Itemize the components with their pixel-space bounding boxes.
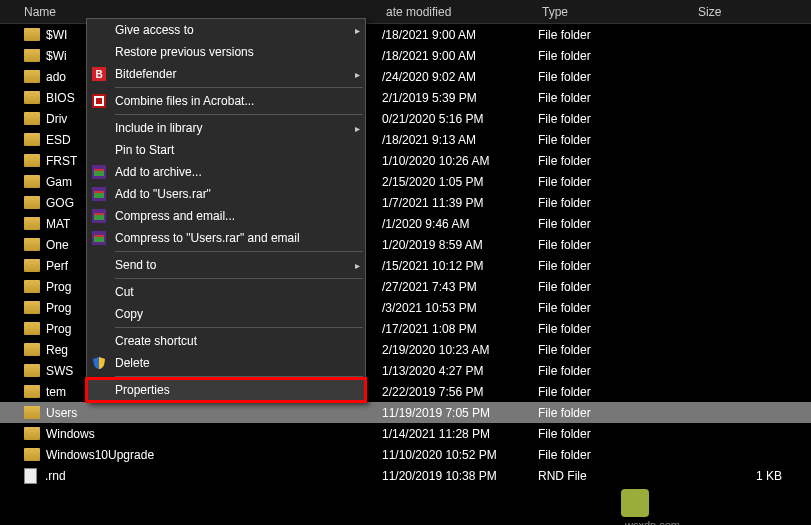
svg-text:B: B <box>95 69 102 80</box>
column-header-type[interactable]: Type <box>538 0 694 23</box>
menu-label: Add to "Users.rar" <box>111 187 365 201</box>
menu-label: Bitdefender <box>111 67 349 81</box>
menu-properties[interactable]: Properties <box>87 379 365 401</box>
folder-icon <box>24 70 40 83</box>
svg-rect-4 <box>96 98 102 104</box>
menu-include-in-library[interactable]: Include in library ▸ <box>87 117 365 139</box>
cell-date: 2/15/2020 1:05 PM <box>382 175 538 189</box>
folder-icon <box>24 343 40 356</box>
menu-restore-previous-versions[interactable]: Restore previous versions <box>87 41 365 63</box>
cell-date: 1/14/2021 11:28 PM <box>382 427 538 441</box>
cell-date: /27/2021 7:43 PM <box>382 280 538 294</box>
shield-icon <box>87 356 111 370</box>
folder-icon <box>24 238 40 251</box>
cell-type: File folder <box>538 196 694 210</box>
menu-label: Include in library <box>111 121 349 135</box>
svg-rect-7 <box>94 169 104 171</box>
submenu-arrow-icon: ▸ <box>349 25 365 36</box>
cell-type: File folder <box>538 427 694 441</box>
cell-date: 1/10/2020 10:26 AM <box>382 154 538 168</box>
file-name-label: Users <box>46 406 77 420</box>
folder-icon <box>24 259 40 272</box>
menu-cut[interactable]: Cut <box>87 281 365 303</box>
folder-icon <box>24 217 40 230</box>
menu-compress-and-email[interactable]: Compress and email... <box>87 205 365 227</box>
menu-give-access-to[interactable]: Give access to ▸ <box>87 19 365 41</box>
table-row[interactable]: Windows10Upgrade11/10/2020 10:52 PMFile … <box>0 444 811 465</box>
cell-type: File folder <box>538 238 694 252</box>
folder-icon <box>24 427 40 440</box>
menu-bitdefender[interactable]: B Bitdefender ▸ <box>87 63 365 85</box>
file-name-label: Windows <box>46 427 95 441</box>
cell-date: 0/21/2020 5:16 PM <box>382 112 538 126</box>
cell-date: 11/20/2019 10:38 PM <box>382 469 538 483</box>
menu-separator <box>115 327 363 328</box>
menu-combine-acrobat[interactable]: Combine files in Acrobat... <box>87 90 365 112</box>
cell-date: 2/1/2019 5:39 PM <box>382 91 538 105</box>
cell-type: File folder <box>538 154 694 168</box>
menu-separator <box>115 278 363 279</box>
table-row[interactable]: Users11/19/2019 7:05 PMFile folder <box>0 402 811 423</box>
folder-icon <box>24 49 40 62</box>
folder-icon <box>24 364 40 377</box>
folder-icon <box>24 133 40 146</box>
menu-copy[interactable]: Copy <box>87 303 365 325</box>
menu-separator <box>115 114 363 115</box>
menu-add-to-users-rar[interactable]: Add to "Users.rar" <box>87 183 365 205</box>
menu-pin-to-start[interactable]: Pin to Start <box>87 139 365 161</box>
menu-separator <box>115 251 363 252</box>
cell-date: /1/2020 9:46 AM <box>382 217 538 231</box>
menu-label: Combine files in Acrobat... <box>111 94 365 108</box>
file-name-label: tem <box>46 385 66 399</box>
column-header-date[interactable]: ate modified <box>382 0 538 23</box>
cell-name: Windows <box>0 427 382 441</box>
file-name-label: MAT <box>46 217 70 231</box>
file-name-label: ado <box>46 70 66 84</box>
file-name-label: Gam <box>46 175 72 189</box>
watermark-text: wsxdn.com <box>625 519 680 525</box>
column-header-size[interactable]: Size <box>694 0 794 23</box>
winrar-icon <box>87 165 111 179</box>
cell-type: File folder <box>538 280 694 294</box>
file-name-label: Reg <box>46 343 68 357</box>
folder-icon <box>24 301 40 314</box>
cell-date: /18/2021 9:00 AM <box>382 28 538 42</box>
svg-rect-10 <box>94 191 104 193</box>
cell-type: File folder <box>538 175 694 189</box>
cell-type: File folder <box>538 322 694 336</box>
file-name-label: FRST <box>46 154 77 168</box>
cell-type: File folder <box>538 301 694 315</box>
menu-send-to[interactable]: Send to ▸ <box>87 254 365 276</box>
menu-separator <box>115 376 363 377</box>
winrar-icon <box>87 231 111 245</box>
menu-delete[interactable]: Delete <box>87 352 365 374</box>
menu-label: Compress and email... <box>111 209 365 223</box>
file-name-label: $Wi <box>46 49 67 63</box>
menu-compress-users-rar-and-email[interactable]: Compress to "Users.rar" and email <box>87 227 365 249</box>
menu-label: Give access to <box>111 23 349 37</box>
menu-label: Create shortcut <box>111 334 365 348</box>
file-name-label: Perf <box>46 259 68 273</box>
menu-label: Copy <box>111 307 365 321</box>
folder-icon <box>24 175 40 188</box>
menu-label: Pin to Start <box>111 143 365 157</box>
file-name-label: Prog <box>46 322 71 336</box>
menu-add-to-archive[interactable]: Add to archive... <box>87 161 365 183</box>
cell-type: RND File <box>538 469 694 483</box>
cell-type: File folder <box>538 217 694 231</box>
folder-icon <box>24 154 40 167</box>
table-row[interactable]: Windows1/14/2021 11:28 PMFile folder <box>0 423 811 444</box>
cell-type: File folder <box>538 133 694 147</box>
folder-icon <box>24 322 40 335</box>
menu-label: Restore previous versions <box>111 45 365 59</box>
table-row[interactable]: .rnd11/20/2019 10:38 PMRND File1 KB <box>0 465 811 486</box>
svg-rect-13 <box>94 213 104 215</box>
cell-type: File folder <box>538 343 694 357</box>
menu-create-shortcut[interactable]: Create shortcut <box>87 330 365 352</box>
cell-name: .rnd <box>0 468 382 484</box>
cell-date: 1/20/2019 8:59 AM <box>382 238 538 252</box>
file-name-label: Prog <box>46 301 71 315</box>
file-name-label: ESD <box>46 133 71 147</box>
menu-label: Add to archive... <box>111 165 365 179</box>
cell-date: /24/2020 9:02 AM <box>382 70 538 84</box>
